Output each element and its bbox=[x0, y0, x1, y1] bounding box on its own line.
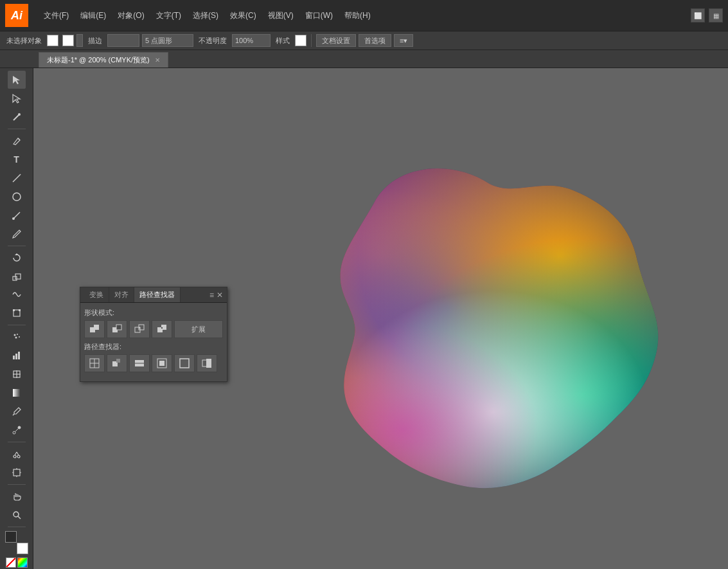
minus-front-btn[interactable] bbox=[107, 320, 127, 338]
tool-separator-2 bbox=[8, 246, 26, 246]
menu-type[interactable]: 文字(T) bbox=[151, 8, 186, 24]
menu-select[interactable]: 选择(S) bbox=[188, 8, 224, 24]
doc-settings-btn[interactable]: 文档设置 bbox=[316, 34, 356, 47]
menu-bar: 文件(F) 编辑(E) 对象(O) 文字(T) 选择(S) 效果(C) 视图(V… bbox=[39, 8, 376, 24]
stroke-width-select[interactable] bbox=[107, 34, 139, 47]
symbol-sprayer-tool-btn[interactable] bbox=[8, 328, 26, 346]
fill-color-swatch[interactable] bbox=[5, 531, 17, 543]
preferences-btn[interactable]: 首选项 bbox=[359, 34, 391, 47]
panel-tab-transform[interactable]: 变换 bbox=[84, 287, 109, 302]
none-btn[interactable] bbox=[6, 557, 16, 568]
magic-wand-tool-btn[interactable] bbox=[8, 108, 26, 126]
color-swatches bbox=[5, 531, 28, 554]
canvas-area[interactable]: 变换 对齐 路径查找器 ≡ ✕ 形状模式: bbox=[33, 68, 728, 569]
svg-rect-39 bbox=[94, 325, 99, 330]
mesh-tool-btn[interactable] bbox=[8, 365, 26, 383]
rotate-tool-btn[interactable] bbox=[8, 249, 26, 267]
ellipse-tool-btn[interactable] bbox=[8, 188, 26, 206]
arrange-windows-btn[interactable]: ⬜ bbox=[691, 8, 705, 23]
merge-btn[interactable] bbox=[129, 354, 150, 372]
crop-btn[interactable] bbox=[152, 354, 172, 372]
left-toolbar: T bbox=[0, 68, 33, 569]
column-graph-tool-btn[interactable] bbox=[8, 347, 26, 365]
stroke-color-swatch[interactable] bbox=[17, 543, 28, 554]
direct-selection-tool-btn[interactable] bbox=[8, 89, 26, 107]
svg-line-2 bbox=[18, 138, 20, 140]
svg-rect-11 bbox=[19, 309, 21, 311]
type-tool-btn[interactable]: T bbox=[8, 150, 26, 168]
stroke-swatch[interactable] bbox=[62, 35, 74, 46]
svg-line-37 bbox=[18, 516, 21, 519]
svg-rect-44 bbox=[139, 327, 140, 329]
minus-back-btn[interactable] bbox=[197, 354, 217, 372]
artboard-tool-btn[interactable] bbox=[8, 464, 26, 482]
menu-edit[interactable]: 编辑(E) bbox=[75, 8, 111, 24]
pathfinder-row bbox=[84, 354, 223, 372]
zoom-tool-btn[interactable] bbox=[8, 506, 26, 524]
divide-btn[interactable] bbox=[84, 354, 105, 372]
workspace-btn[interactable]: ▦ bbox=[709, 8, 723, 23]
panel-close-btn[interactable]: ✕ bbox=[217, 291, 223, 300]
pen-tool-btn[interactable] bbox=[8, 132, 26, 150]
panel-tab-align[interactable]: 对齐 bbox=[109, 287, 134, 302]
title-bar: Ai 文件(F) 编辑(E) 对象(O) 文字(T) 选择(S) 效果(C) 视… bbox=[0, 0, 728, 31]
selection-tool-btn[interactable] bbox=[8, 71, 26, 89]
scissors-tool-btn[interactable] bbox=[8, 445, 26, 463]
main-area: T bbox=[0, 68, 728, 569]
fill-swatch[interactable] bbox=[47, 35, 58, 46]
hand-tool-btn[interactable] bbox=[8, 487, 26, 505]
menu-object[interactable]: 对象(O) bbox=[112, 8, 149, 24]
none-color-btns bbox=[6, 557, 28, 568]
menu-view[interactable]: 视图(V) bbox=[263, 8, 299, 24]
expand-btn[interactable]: 扩展 bbox=[174, 320, 223, 338]
svg-point-13 bbox=[17, 334, 18, 335]
svg-rect-47 bbox=[161, 327, 163, 329]
blob-shape bbox=[245, 152, 695, 499]
svg-point-36 bbox=[13, 512, 19, 517]
svg-point-15 bbox=[19, 336, 20, 338]
tab-close-btn[interactable]: ✕ bbox=[155, 57, 160, 64]
svg-line-29 bbox=[15, 452, 17, 455]
style-swatch[interactable] bbox=[295, 35, 306, 46]
color-mode-btn[interactable] bbox=[17, 557, 28, 568]
line-tool-btn[interactable] bbox=[8, 169, 26, 187]
trim-btn[interactable] bbox=[107, 354, 127, 372]
stroke-type-select[interactable] bbox=[76, 34, 83, 47]
extra-settings-btn[interactable]: ≡▾ bbox=[394, 34, 413, 47]
window-controls: ⬜ ▦ bbox=[691, 8, 723, 23]
ai-logo: Ai bbox=[5, 4, 28, 27]
menu-effect[interactable]: 效果(C) bbox=[225, 8, 262, 24]
menu-window[interactable]: 窗口(W) bbox=[300, 8, 338, 24]
exclude-btn[interactable] bbox=[152, 320, 172, 338]
intersect-btn[interactable] bbox=[129, 320, 150, 338]
panel-body: 形状模式: 扩展 路径查找器: bbox=[80, 303, 227, 381]
free-transform-tool-btn[interactable] bbox=[8, 304, 26, 322]
shape-modes-label: 形状模式: bbox=[84, 308, 223, 318]
brush-select[interactable]: 5 点圆形 bbox=[142, 34, 193, 47]
blend-tool-btn[interactable] bbox=[8, 421, 26, 439]
eyedropper-tool-btn[interactable] bbox=[8, 402, 26, 420]
separator bbox=[311, 34, 312, 47]
menu-help[interactable]: 帮助(H) bbox=[339, 8, 376, 24]
gradient-tool-btn[interactable] bbox=[8, 384, 26, 402]
svg-point-1 bbox=[18, 113, 21, 116]
svg-point-14 bbox=[15, 337, 17, 339]
svg-line-0 bbox=[13, 115, 19, 120]
pencil-tool-btn[interactable] bbox=[8, 225, 26, 243]
warp-tool-btn[interactable] bbox=[8, 285, 26, 303]
svg-point-4 bbox=[13, 193, 21, 201]
menu-file[interactable]: 文件(F) bbox=[39, 8, 74, 24]
scale-tool-btn[interactable] bbox=[8, 267, 26, 285]
opacity-select[interactable]: 100% bbox=[232, 34, 271, 47]
document-tab[interactable]: 未标题-1* @ 200% (CMYK/预览) ✕ bbox=[39, 52, 168, 68]
shape-modes-row: 扩展 bbox=[84, 320, 223, 338]
panel-tab-pathfinder[interactable]: 路径查找器 bbox=[134, 287, 181, 302]
paintbrush-tool-btn[interactable] bbox=[8, 206, 26, 224]
unite-btn[interactable] bbox=[84, 320, 105, 338]
svg-rect-16 bbox=[13, 356, 15, 359]
svg-rect-66 bbox=[245, 152, 695, 499]
options-bar: 未选择对象 描边 5 点圆形 不透明度 100% 样式 文档设置 首选项 ≡▾ bbox=[0, 31, 728, 50]
panel-menu-btn[interactable]: ≡ bbox=[209, 291, 214, 300]
svg-rect-41 bbox=[116, 325, 121, 330]
outline-btn[interactable] bbox=[174, 354, 195, 372]
